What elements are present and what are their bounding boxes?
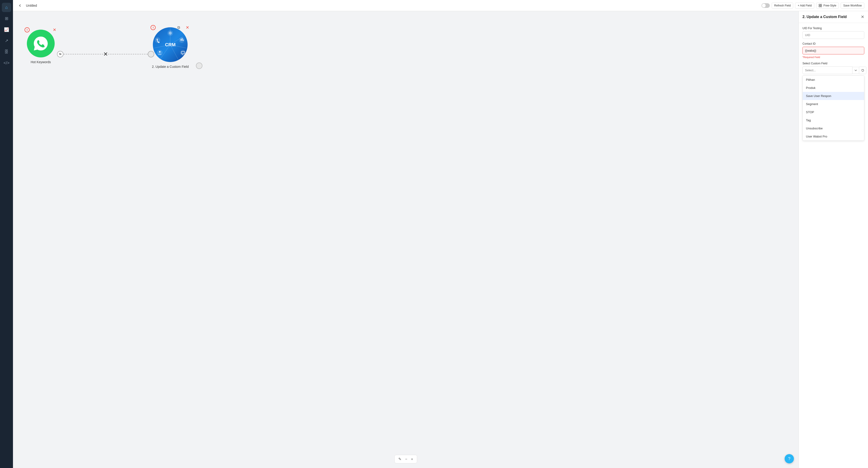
required-field-text: *Required Field [802, 56, 864, 59]
dropdown-item-pilihan[interactable]: Pilihan [803, 76, 864, 84]
whatsapp-close-button[interactable]: ✕ [52, 27, 57, 32]
svg-rect-2 [819, 6, 820, 7]
crm-icon-wrapper: i ⧉ ✕ CRM [153, 27, 188, 62]
close-icon[interactable]: ✕ [52, 27, 57, 32]
select-custom-field-label: Select Custom Field [802, 62, 864, 65]
help-button[interactable]: ? [785, 454, 794, 463]
freestyle-label: Free-Style [824, 4, 836, 7]
select-custom-field-group: Select Custom Field [802, 62, 864, 141]
svg-point-13 [157, 50, 162, 56]
uid-field-group: UID For Testing [802, 27, 864, 39]
svg-point-16 [170, 33, 171, 34]
dropdown-item-segment[interactable]: Segment [803, 100, 864, 108]
connection-line: ✕ [57, 51, 154, 57]
add-field-button[interactable]: + Add Field [795, 3, 814, 8]
cross-icon: ✕ [103, 51, 108, 57]
toggle-switch[interactable] [762, 3, 770, 8]
chevron-down-icon[interactable] [852, 67, 859, 74]
dropdown-list: Pilihan Produk Save User Respon Segment … [802, 75, 864, 141]
canvas-controls: ✎ − + [394, 455, 417, 463]
topbar-actions: Refresh Field + Add Field Free-Style Sav… [762, 3, 864, 8]
info-icon[interactable]: i [25, 27, 30, 32]
dropdown-item-stop[interactable]: STOP [803, 108, 864, 116]
panel-header: 2. Update a Custom Field ✕ [799, 11, 868, 23]
sidebar-icon-home[interactable]: ⌂ [2, 3, 11, 12]
crm-right-connector[interactable] [196, 63, 203, 69]
dropdown-item-save-user-respon[interactable]: Save User Respon [803, 92, 864, 100]
contact-id-label: Contact ID [802, 42, 864, 45]
contact-id-field-group: Contact ID *Required Field [802, 42, 864, 59]
sidebar-icon-dashboard[interactable]: ⊞ [2, 14, 11, 23]
whatsapp-info-button[interactable]: i [25, 27, 30, 32]
svg-rect-0 [819, 4, 820, 5]
sidebar-icon-database[interactable]: 🗄 [2, 47, 11, 57]
crm-node-label: 2. Update a Custom Field [152, 65, 189, 68]
help-icon: ? [788, 457, 790, 461]
sidebar-icon-share[interactable]: ↗ [2, 36, 11, 45]
main-container: Untitled Refresh Field + Add Field Free-… [13, 0, 868, 468]
crm-circle: CRM [153, 27, 188, 62]
whatsapp-node: i ✕ Hot Keywords [27, 30, 55, 64]
dropdown-item-tag[interactable]: Tag [803, 116, 864, 124]
zoom-out-button[interactable]: − [404, 457, 408, 462]
dropdown-item-unsubscribe[interactable]: Unsubscribe [803, 124, 864, 132]
svg-point-21 [159, 51, 160, 53]
canvas: i ✕ Hot Keywords [13, 11, 799, 468]
save-workflow-button[interactable]: Save Workflow [841, 3, 864, 8]
back-button[interactable] [17, 2, 23, 9]
contact-id-input[interactable] [802, 47, 864, 55]
sidebar-icon-chart[interactable]: 📈 [2, 25, 11, 34]
panel-body: UID For Testing Contact ID *Required Fie… [799, 23, 868, 144]
uid-label: UID For Testing [802, 27, 864, 30]
dropdown-item-produk[interactable]: Produk [803, 84, 864, 92]
svg-rect-17 [181, 39, 181, 41]
page-title: Untitled [26, 4, 759, 7]
svg-rect-3 [820, 6, 822, 7]
whatsapp-circle [27, 30, 55, 57]
sidebar: ⌂ ⊞ 📈 ↗ 🗄 </> [0, 0, 13, 468]
crm-text: CRM [165, 42, 176, 47]
refresh-icon[interactable] [859, 67, 866, 74]
panel-close-button[interactable]: ✕ [861, 15, 864, 19]
dropdown-item-user-wabot-pro[interactable]: User Wabot Pro [803, 132, 864, 140]
crm-node: i ⧉ ✕ CRM [152, 27, 189, 68]
whatsapp-icon-wrapper: i ✕ [27, 30, 55, 57]
svg-rect-1 [820, 4, 822, 5]
zoom-in-button[interactable]: + [410, 457, 414, 462]
select-custom-field-input[interactable] [802, 66, 852, 74]
dashed-line-left [63, 54, 103, 55]
right-panel: 2. Update a Custom Field ✕ UID For Testi… [799, 11, 868, 468]
select-wrapper [802, 66, 864, 74]
svg-rect-18 [182, 38, 183, 41]
whatsapp-node-label: Hot Keywords [31, 60, 51, 64]
sidebar-icon-code[interactable]: </> [2, 58, 11, 68]
svg-point-12 [180, 50, 186, 56]
crm-output-connector[interactable] [196, 63, 203, 69]
pencil-button[interactable]: ✎ [397, 457, 402, 462]
svg-rect-19 [183, 40, 184, 41]
topbar: Untitled Refresh Field + Add Field Free-… [13, 0, 868, 11]
uid-input[interactable] [802, 31, 864, 39]
panel-title: 2. Update a Custom Field [802, 15, 847, 19]
freestyle-button[interactable]: Free-Style [816, 3, 839, 8]
left-connector[interactable] [57, 51, 63, 57]
dashed-line-right [108, 54, 148, 55]
refresh-field-button[interactable]: Refresh Field [772, 3, 793, 8]
